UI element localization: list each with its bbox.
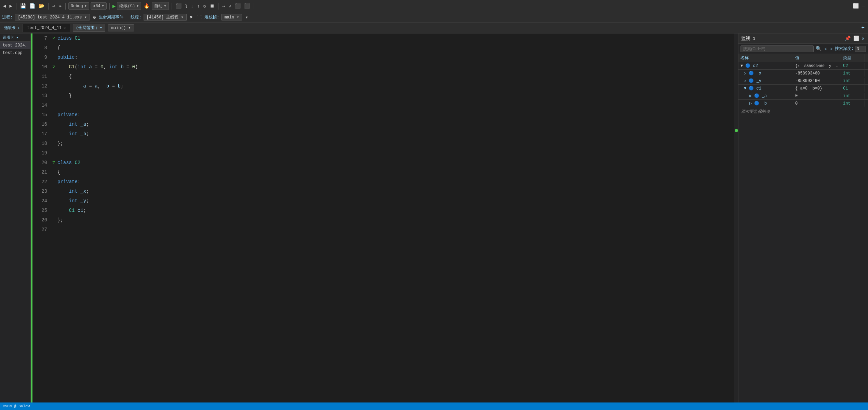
b-type: int	[843, 101, 851, 106]
watch-float-icon[interactable]: ⬜	[853, 35, 860, 42]
stop-icon[interactable]: ⏹	[209, 3, 215, 10]
code-editor[interactable]: 7 8 9 10 11 12 13 14 15 16 17 18 19 20 2…	[31, 33, 738, 409]
maximize-icon[interactable]: ⬜	[852, 2, 860, 10]
new-icon[interactable]: 📄	[28, 2, 36, 10]
c2-expand-icon[interactable]: ▼	[740, 64, 745, 68]
fold-7[interactable]: ▽	[51, 33, 56, 43]
fold-17	[51, 129, 56, 139]
auto-label: 自动	[154, 3, 162, 9]
continue-dropdown[interactable]: 继续(C) ▾	[117, 2, 141, 10]
code-line-9: public:	[57, 53, 738, 62]
arch-dropdown[interactable]: x64 ▾	[91, 2, 107, 10]
watch-close-icon[interactable]: ✕	[861, 35, 865, 42]
watch-name-a: ▷ 🔵 _a	[738, 93, 793, 99]
file-item-0[interactable]: test_2024_4_11	[0, 42, 30, 49]
watch-header: 监视 1 📌 ⬜ ✕	[738, 33, 868, 44]
step-into-icon[interactable]: ↓	[190, 3, 195, 10]
tab-file[interactable]: test_2024_4_11 ✕	[23, 24, 70, 32]
add-watch-label: 添加要监视的项	[741, 109, 770, 114]
status-text: CSDN @ SGlow	[3, 404, 30, 408]
watch-row-b[interactable]: ▷ 🔵 _b 0 int	[738, 100, 868, 107]
watch-row-c2[interactable]: ▼ 🔵 c2 {x=-858993460 _y=-858993460 c... …	[738, 62, 868, 70]
code-line-23: int _x;	[57, 187, 738, 196]
debug-config-dropdown[interactable]: Debug ▾	[68, 2, 89, 10]
file-item-name-0: test_2024_4_11	[3, 43, 30, 48]
breakpoint-icon[interactable]: ⬛	[175, 2, 183, 10]
step-out-icon[interactable]: ↑	[196, 3, 201, 10]
redo-icon[interactable]: ↪	[57, 2, 62, 10]
watch-row-a[interactable]: ▷ 🔵 _a 0 int	[738, 92, 868, 100]
separator-3	[65, 3, 66, 10]
scope-arrow: ▾	[100, 26, 102, 30]
search-back-icon[interactable]: ◁	[824, 45, 828, 52]
func-dropdown[interactable]: main() ▾	[108, 24, 134, 31]
fold-21	[51, 167, 56, 177]
thread-icon1[interactable]: ⚑	[189, 14, 193, 21]
watch-row-x[interactable]: ▷ 🔵 _x -858993460 int	[738, 70, 868, 77]
search-forward-icon[interactable]: ▷	[829, 45, 833, 52]
sep-proc	[127, 14, 127, 21]
col-header-value: 值	[793, 54, 841, 62]
save-icon[interactable]: 💾	[19, 2, 27, 10]
stack-down-icon[interactable]: ▾	[244, 14, 249, 21]
search-depth-input[interactable]	[855, 46, 866, 52]
fold-20[interactable]: ▽	[51, 158, 56, 167]
tab-options[interactable]: 选项卡 ✦	[1, 25, 23, 31]
tab-bar: 选项卡 ✦ test_2024_4_11 ✕ (全局范围) ▾ main() ▾…	[0, 23, 868, 33]
thread-icon2[interactable]: ⛶	[196, 14, 202, 21]
ln-27: 27	[34, 225, 47, 234]
search-icon[interactable]: 🔍	[815, 45, 822, 52]
step-over-icon[interactable]: ⤵	[184, 3, 188, 10]
stack-label: 堆栈帧:	[204, 14, 219, 20]
forward-icon[interactable]: ▶	[8, 2, 13, 10]
file-item-1[interactable]: test.cpp	[0, 49, 30, 57]
run-cursor-icon[interactable]: ↗	[227, 2, 232, 10]
auto-dropdown[interactable]: 自动 ▾	[152, 2, 169, 10]
separator-7	[254, 3, 254, 10]
watch-row-c1[interactable]: ▼ 🔵 c1 {_a=0 _b=0} C1	[738, 85, 868, 92]
undo-icon[interactable]: ↩	[51, 2, 56, 10]
ln-21: 21	[34, 167, 47, 177]
fold-27	[51, 225, 56, 234]
watch-add-row[interactable]: 添加要监视的项	[738, 107, 868, 116]
disasm-icon[interactable]: ⬛	[234, 2, 242, 10]
minimize-icon[interactable]: ─	[861, 3, 866, 10]
ln-25: 25	[34, 206, 47, 215]
y-value: -858993460	[795, 79, 820, 83]
code-line-24: int _y;	[57, 196, 738, 206]
thread-arrow: ▾	[181, 15, 183, 20]
ln-13: 13	[34, 91, 47, 100]
next-stmt-icon[interactable]: →	[221, 3, 226, 10]
play-icon[interactable]: ▶	[112, 3, 116, 10]
code-line-22: private:	[57, 177, 738, 187]
watch-value-a: 0	[793, 93, 841, 99]
thread-value-dropdown[interactable]: [41456] 主线程 ▾	[144, 14, 187, 21]
mem-win-icon[interactable]: ⬛	[243, 2, 251, 10]
tab-add-button[interactable]: +	[859, 24, 867, 32]
code-line-18: };	[57, 139, 738, 148]
watch-row-y[interactable]: ▷ 🔵 _y -858993460 int	[738, 77, 868, 85]
restart-icon[interactable]: ↻	[202, 2, 207, 10]
watch-search-input[interactable]	[740, 45, 814, 52]
process-settings-icon[interactable]: ⚙	[92, 14, 97, 21]
y-expand-icon: ▷	[744, 79, 749, 83]
watch-pin-icon[interactable]: 📌	[844, 35, 851, 42]
watch-value-c1: {_a=0 _b=0}	[793, 85, 841, 92]
open-icon[interactable]: 📂	[38, 2, 45, 10]
stack-value-dropdown[interactable]: main ▾	[221, 14, 242, 20]
flame-icon[interactable]: 🔥	[143, 2, 150, 10]
back-icon[interactable]: ◀	[2, 2, 7, 10]
ln-10: 10	[34, 62, 47, 72]
watch-controls: 📌 ⬜ ✕	[844, 35, 865, 42]
watch-table: ▼ 🔵 c2 {x=-858993460 _y=-858993460 c... …	[738, 62, 868, 409]
c1-expand-icon[interactable]: ▼	[744, 86, 749, 91]
fold-10[interactable]: ▽	[51, 62, 56, 72]
process-value-dropdown[interactable]: [45288] test_2024_4_11.exe ▾	[15, 14, 90, 20]
scrollbar-track[interactable]	[734, 33, 738, 409]
scope-dropdown[interactable]: (全局范围) ▾	[73, 24, 105, 32]
ln-23: 23	[34, 187, 47, 196]
tab-close-icon[interactable]: ✕	[64, 26, 66, 30]
ln-14: 14	[34, 100, 47, 110]
code-text[interactable]: class C1 { public: C1(int a = 0, int b =…	[56, 33, 738, 409]
code-content: 7 8 9 10 11 12 13 14 15 16 17 18 19 20 2…	[31, 33, 738, 409]
